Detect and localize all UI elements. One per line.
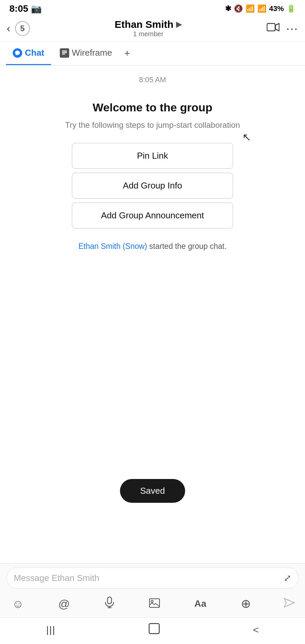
mention-icon[interactable]: @ — [56, 595, 72, 612]
bluetooth-icon: ✱ — [225, 4, 231, 13]
status-right: ✱ 🔇 📶 📶 43% 🔋 — [225, 4, 296, 13]
chat-timestamp: 8:05 AM — [139, 75, 166, 84]
pin-link-button[interactable]: Pin Link — [72, 143, 233, 169]
send-icon[interactable] — [284, 597, 295, 610]
svg-rect-3 — [62, 52, 67, 53]
font-icon[interactable]: Aa — [192, 596, 209, 611]
svg-rect-2 — [62, 50, 67, 51]
nav-home-icon[interactable] — [148, 623, 160, 637]
battery-icon: 🔋 — [287, 4, 296, 13]
message-placeholder[interactable]: Message Ethan Smith — [14, 573, 280, 583]
signal-icon: 📶 — [257, 4, 266, 13]
chat-area: 8:05 AM ↖ Welcome to the group Try the f… — [0, 65, 305, 563]
status-bar: 8:05 📷 ✱ 🔇 📶 📶 43% 🔋 — [0, 0, 305, 16]
welcome-subtitle: Try the following steps to jump-start co… — [65, 119, 240, 131]
more-options-icon[interactable]: ··· — [286, 21, 298, 36]
svg-rect-5 — [107, 597, 112, 604]
welcome-title: Welcome to the group — [93, 101, 212, 114]
svg-point-9 — [151, 600, 153, 602]
wireframe-tab-icon — [60, 48, 69, 58]
wifi-icon: 📶 — [246, 4, 255, 13]
svg-rect-8 — [149, 599, 160, 607]
status-left: 8:05 📷 — [9, 3, 42, 14]
message-input-row[interactable]: Message Ethan Smith ⤢ — [7, 568, 298, 589]
status-time: 8:05 — [9, 3, 28, 14]
name-arrow-icon: ▶ — [176, 20, 182, 29]
svg-rect-0 — [267, 23, 275, 31]
input-toolbar: ☺ @ Aa ⊕ — [7, 593, 298, 615]
wireframe-tab-label: Wireframe — [72, 48, 112, 58]
header-left: ‹ 5 — [7, 21, 30, 36]
saved-toast: Saved — [120, 479, 185, 503]
expand-icon[interactable]: ⤢ — [284, 573, 291, 584]
add-tab-button[interactable]: + — [121, 43, 134, 64]
mic-icon[interactable] — [102, 595, 117, 613]
nav-bar: ||| < — [0, 618, 305, 644]
add-icon[interactable]: ⊕ — [239, 595, 253, 613]
svg-marker-10 — [284, 598, 294, 607]
nav-back-icon[interactable]: < — [253, 624, 259, 636]
header: ‹ 5 Ethan Smith ▶ 1 member ··· — [0, 16, 305, 42]
mute-icon: 🔇 — [234, 4, 243, 13]
chat-tab-label: Chat — [25, 48, 44, 58]
header-right: ··· — [267, 21, 298, 36]
welcome-section: Welcome to the group Try the following s… — [0, 91, 305, 141]
started-text: started the group chat. — [147, 242, 227, 251]
started-chat-notice: Ethan Smith (Snow) started the group cha… — [78, 240, 226, 252]
message-input-area: Message Ethan Smith ⤢ ☺ @ Aa ⊕ — [0, 563, 305, 618]
badge-number[interactable]: 5 — [15, 21, 30, 36]
nav-menu-icon[interactable]: ||| — [46, 625, 56, 635]
starter-name: Ethan Smith (Snow) — [78, 242, 147, 251]
svg-rect-4 — [62, 53, 65, 54]
svg-rect-11 — [149, 624, 159, 634]
video-call-icon[interactable] — [267, 22, 279, 35]
add-group-announcement-button[interactable]: Add Group Announcement — [72, 203, 233, 228]
member-count: 1 member — [30, 30, 267, 38]
add-group-info-button[interactable]: Add Group Info — [72, 173, 233, 199]
camera-icon: 📷 — [31, 4, 42, 14]
svg-marker-1 — [275, 23, 279, 31]
tab-chat[interactable]: Chat — [6, 42, 51, 65]
tab-wireframe[interactable]: Wireframe — [53, 42, 119, 65]
back-button[interactable]: ‹ — [7, 22, 10, 35]
chat-name: Ethan Smith ▶ — [30, 19, 267, 30]
header-center: Ethan Smith ▶ 1 member — [30, 19, 267, 38]
emoji-icon[interactable]: ☺ — [10, 595, 26, 612]
chat-tab-icon — [13, 48, 22, 58]
image-icon[interactable] — [147, 595, 162, 612]
battery-level: 43% — [269, 4, 284, 13]
tabs-bar: Chat Wireframe + — [0, 42, 305, 65]
